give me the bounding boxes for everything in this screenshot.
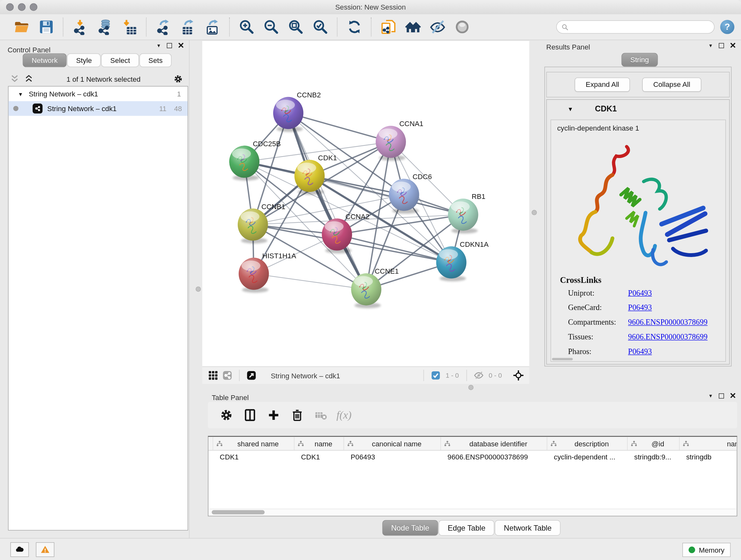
memory-button[interactable]: Memory (682, 543, 731, 557)
crosslink-link[interactable]: 9606.ENSP00000378699 (628, 332, 708, 342)
table-options-gear-icon[interactable] (214, 406, 238, 425)
table-row[interactable]: CDK1CDK1P064939606.ENSP00000378699cyclin… (208, 450, 737, 463)
table-cell[interactable]: stringdb:9... (628, 453, 680, 461)
network-node-CCNB2[interactable] (273, 97, 304, 132)
table-cell[interactable]: cyclin-dependent ... (547, 453, 628, 461)
warning-button[interactable] (36, 543, 55, 557)
collapse-all-networks-icon[interactable] (8, 73, 22, 85)
column-header-name[interactable]: name (294, 437, 344, 450)
network-node-CCNA2[interactable] (322, 219, 352, 253)
network-node-CDK1[interactable] (294, 160, 325, 195)
panel-menu-icon[interactable]: ▼ (709, 393, 713, 398)
column-header-namespace[interactable]: namespace (679, 437, 737, 450)
delete-table-icon[interactable] (309, 406, 333, 425)
expand-all-networks-icon[interactable] (22, 73, 36, 85)
network-view-share-icon[interactable] (220, 369, 234, 382)
function-builder-fx-icon[interactable]: f(x) (336, 409, 351, 422)
network-collection-row[interactable]: ▼ String Network – cdk1 1 (9, 86, 188, 101)
network-options-gear-icon[interactable] (171, 73, 185, 85)
zoom-fit-button[interactable] (284, 17, 308, 37)
float-panel-icon[interactable] (166, 43, 172, 48)
gene-details-scroll-thumb[interactable] (552, 358, 573, 360)
import-network-database-button[interactable] (92, 17, 117, 37)
column-header--id[interactable]: @id (628, 437, 680, 450)
apply-layout-button[interactable] (342, 17, 367, 37)
tab-sets[interactable]: Sets (139, 53, 172, 67)
create-column-plus-icon[interactable] (262, 406, 285, 425)
collapse-all-button[interactable]: Collapse All (643, 78, 701, 91)
zoom-selected-button[interactable] (308, 17, 333, 37)
tab-select[interactable]: Select (101, 53, 139, 67)
panel-menu-icon[interactable]: ▼ (709, 43, 713, 48)
expand-all-button[interactable]: Expand All (575, 78, 630, 91)
table-hscroll-thumb[interactable] (212, 510, 265, 514)
minimize-window-icon[interactable] (18, 3, 25, 11)
network-view-canvas[interactable]: CCNB2CCNA1CDC25BCDK1CDC6RB1CCNB1CCNA2CDK… (202, 40, 529, 367)
crosslink-link[interactable]: 9606.ENSP00000378699 (628, 318, 708, 327)
tab-network[interactable]: Network (23, 53, 67, 67)
clone-network-button[interactable] (376, 17, 401, 37)
close-panel-icon[interactable]: ✕ (730, 393, 736, 398)
table-cell[interactable]: stringdb (679, 453, 737, 461)
show-graphics-details-button[interactable] (450, 17, 475, 37)
zoom-in-button[interactable] (234, 17, 259, 37)
network-node-CCNE1[interactable] (351, 273, 381, 308)
cloud-button[interactable] (10, 543, 29, 557)
float-panel-icon[interactable] (719, 43, 724, 48)
right-splitter-handle[interactable] (532, 210, 537, 215)
close-window-icon[interactable] (6, 3, 14, 11)
grid-view-icon[interactable] (206, 369, 220, 382)
fit-selected-crosshair-icon[interactable] (511, 369, 525, 382)
gene-section-header[interactable]: ▼ CDK1 (547, 100, 729, 118)
import-network-file-button[interactable] (68, 17, 92, 37)
tree-expander-icon[interactable]: ▼ (18, 91, 23, 97)
column-header-shared-name[interactable]: shared name (213, 437, 294, 450)
tab-string[interactable]: String (621, 53, 658, 67)
table-hscrollbar[interactable] (209, 509, 737, 515)
tab-edge-table[interactable]: Edge Table (439, 520, 494, 536)
birds-eye-view-icon[interactable] (245, 369, 259, 382)
network-node-HIST1H1A[interactable] (239, 258, 269, 293)
crosslink-link[interactable]: P06493 (628, 303, 652, 313)
zoom-window-icon[interactable] (30, 3, 37, 11)
column-header-canonical-name[interactable]: canonical name (344, 437, 441, 450)
export-table-button[interactable] (176, 17, 200, 37)
close-panel-icon[interactable]: ✕ (178, 43, 184, 48)
crosslink-link[interactable]: P06493 (628, 288, 652, 298)
string-query-button[interactable] (401, 17, 425, 37)
table-cell[interactable]: P06493 (344, 453, 441, 461)
network-node-RB1[interactable] (448, 199, 478, 234)
zoom-out-button[interactable] (259, 17, 284, 37)
table-cell[interactable]: 9606.ENSP00000378699 (441, 453, 547, 461)
tab-network-table[interactable]: Network Table (495, 520, 561, 536)
selected-checkbox-icon[interactable] (428, 369, 443, 382)
help-button[interactable]: ? (720, 20, 734, 34)
close-panel-icon[interactable]: ✕ (730, 43, 736, 48)
hide-graphics-button[interactable] (425, 17, 450, 37)
section-expander-icon[interactable]: ▼ (568, 106, 574, 113)
horizontal-splitter-handle[interactable] (468, 385, 474, 390)
network-row-selected[interactable]: String Network – cdk1 11 48 (9, 101, 188, 116)
tab-node-table[interactable]: Node Table (382, 520, 439, 536)
left-splitter-handle[interactable] (196, 287, 201, 292)
export-network-button[interactable] (151, 17, 176, 37)
column-header-description[interactable]: description (547, 437, 628, 450)
network-node-CCNB1[interactable] (238, 208, 268, 244)
crosslink-link[interactable]: P06493 (628, 347, 652, 357)
network-node-CCNA1[interactable] (376, 126, 406, 161)
network-node-CDKN1A[interactable] (436, 246, 467, 282)
hidden-eye-slash-icon[interactable] (472, 369, 486, 382)
search-box[interactable] (556, 20, 715, 34)
float-panel-icon[interactable] (719, 393, 724, 398)
network-node-CDC6[interactable] (389, 179, 419, 214)
tab-style[interactable]: Style (67, 53, 101, 67)
panel-menu-icon[interactable]: ▼ (156, 43, 161, 48)
show-columns-icon[interactable] (238, 406, 262, 425)
network-graph[interactable]: CCNB2CCNA1CDC25BCDK1CDC6RB1CCNB1CCNA2CDK… (202, 41, 529, 367)
table-cell[interactable]: CDK1 (294, 453, 344, 461)
column-header-database-identifier[interactable]: database identifier (441, 437, 547, 450)
table-cell[interactable]: CDK1 (213, 453, 294, 461)
save-session-button[interactable] (34, 17, 59, 37)
search-input[interactable] (571, 23, 709, 31)
import-table-button[interactable] (117, 17, 142, 37)
